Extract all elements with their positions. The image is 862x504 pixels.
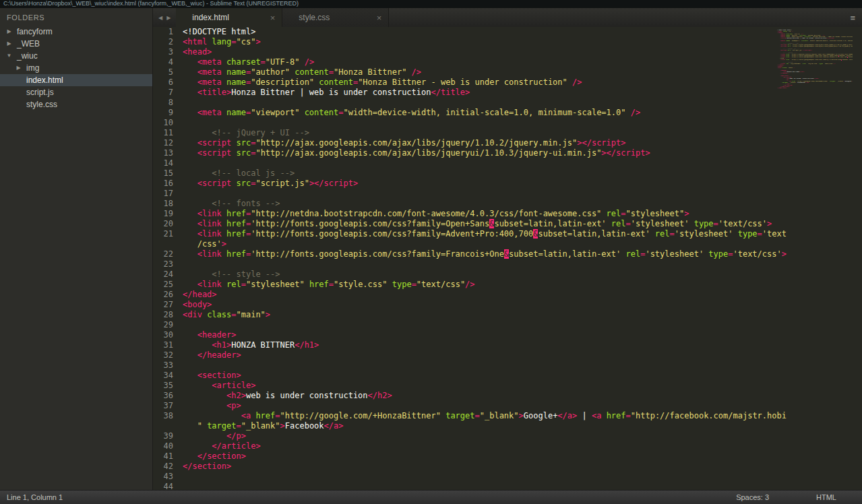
- code-line[interactable]: 5 <meta name="author" content="Honza Bit…: [153, 67, 862, 77]
- code-line[interactable]: 11 <!-- jQuery + UI -->: [153, 128, 862, 138]
- line-number: 16: [153, 179, 183, 189]
- code-line[interactable]: 42</section>: [153, 462, 862, 472]
- next-tab-icon[interactable]: ▶: [166, 15, 171, 21]
- code-line[interactable]: 37 <p>: [153, 401, 862, 411]
- disclosure-right-icon[interactable]: ▶: [5, 26, 13, 38]
- line-number: 36: [153, 391, 183, 401]
- disclosure-right-icon[interactable]: ▶: [5, 38, 13, 50]
- code-line[interactable]: 30 <header>: [153, 330, 862, 340]
- file-style.css[interactable]: style.css: [0, 98, 152, 111]
- line-number: 31: [153, 340, 183, 350]
- tab-nav: ◀ ▶: [153, 8, 176, 27]
- code-line[interactable]: 38 <a href="http://google.com/+HonzaBitt…: [153, 411, 862, 421]
- indent-setting[interactable]: Spaces: 3: [736, 493, 769, 501]
- code-line[interactable]: 35 <article>: [153, 381, 862, 391]
- code-line[interactable]: 28<div class="main">: [153, 310, 862, 320]
- code-line[interactable]: 22 <link href='http://fonts.googleapis.c…: [153, 249, 862, 259]
- code-line[interactable]: 8: [153, 98, 862, 108]
- tab-close-icon[interactable]: ×: [371, 13, 382, 23]
- line-number: 28: [153, 310, 183, 320]
- code-line[interactable]: 6 <meta name="description" content="Honz…: [153, 77, 862, 88]
- code-line[interactable]: 18 <!-- fonts -->: [153, 199, 862, 209]
- code-line[interactable]: 14: [153, 158, 862, 168]
- disclosure-right-icon[interactable]: ▶: [15, 62, 22, 74]
- file-index.html[interactable]: index.html: [0, 74, 152, 86]
- code-line[interactable]: 3<head>: [153, 47, 862, 57]
- line-number: 35: [153, 381, 183, 391]
- code-line[interactable]: 31 <h1>HONZA BITTNER</h1>: [153, 340, 862, 350]
- line-number: 6: [153, 77, 183, 88]
- line-number: [153, 239, 183, 249]
- code-line[interactable]: 17: [153, 189, 862, 199]
- code-line[interactable]: 16 <script src="script.js"></script>: [153, 179, 862, 189]
- code-line[interactable]: 7 <title>Honza Bittner | web is under co…: [153, 88, 862, 98]
- tree-item-label: img: [26, 62, 39, 74]
- line-number: 4: [153, 57, 183, 67]
- code-line[interactable]: 34 <section>: [153, 371, 862, 381]
- code-line[interactable]: 23: [153, 259, 862, 270]
- code-line[interactable]: 1<!DOCTYPE html>: [153, 27, 862, 37]
- code-line[interactable]: 36 <h2>web is under construction</h2>: [153, 391, 862, 401]
- tab-style.css[interactable]: style.css×: [282, 8, 389, 27]
- code-line[interactable]: 40 </article>: [153, 441, 862, 451]
- folders-header: FOLDERS: [0, 11, 152, 26]
- folder-fancyform[interactable]: ▶fancyform: [0, 26, 152, 38]
- code-line[interactable]: 12 <script src="http://ajax.googleapis.c…: [153, 138, 862, 148]
- code-line[interactable]: 27<body>: [153, 300, 862, 310]
- line-number: 18: [153, 199, 183, 209]
- line-number: 8: [153, 98, 183, 108]
- code-line[interactable]: 21 <link href='http://fonts.googleapis.c…: [153, 229, 862, 239]
- folder-_wiuc[interactable]: ▼_wiuc: [0, 50, 152, 62]
- code-line[interactable]: 2<html lang="cs">: [153, 37, 862, 47]
- code-line[interactable]: 44: [153, 482, 862, 490]
- line-number: 21: [153, 229, 183, 239]
- line-number: 25: [153, 280, 183, 290]
- line-number: 15: [153, 168, 183, 179]
- disclosure-down-icon[interactable]: ▼: [5, 50, 13, 62]
- tree-item-label: _wiuc: [17, 50, 38, 62]
- code-line[interactable]: 13 <script src="http://ajax.googleapis.c…: [153, 148, 862, 158]
- line-number: 44: [153, 482, 183, 490]
- tree-item-label: index.html: [26, 74, 63, 86]
- code-line[interactable]: 4 <meta charset="UTF-8" />: [153, 57, 862, 67]
- code-line[interactable]: 20 <link href='http://fonts.googleapis.c…: [153, 219, 862, 229]
- code-line[interactable]: 41 </section>: [153, 451, 862, 462]
- code-line[interactable]: /css'>: [153, 239, 862, 249]
- line-number: 22: [153, 249, 183, 259]
- folder-_WEB[interactable]: ▶_WEB: [0, 38, 152, 50]
- code-line[interactable]: 10: [153, 118, 862, 128]
- code-line[interactable]: 9 <meta name="viewport" content="width=d…: [153, 108, 862, 118]
- code-line[interactable]: 24 <!-- style -->: [153, 270, 862, 280]
- code-line[interactable]: 25 <link rel="stylesheet" href="style.cs…: [153, 280, 862, 290]
- tab-bar: ◀ ▶ index.html×style.css× ≡: [153, 8, 862, 27]
- syntax-mode[interactable]: HTML: [816, 493, 836, 501]
- status-bar: Line 1, Column 1 Spaces: 3 HTML: [0, 490, 862, 504]
- line-number: 2: [153, 37, 183, 47]
- folder-img[interactable]: ▶img: [0, 62, 152, 74]
- cursor-position: Line 1, Column 1: [7, 493, 63, 501]
- tab-overflow-menu-icon[interactable]: ≡: [843, 8, 862, 27]
- code-line[interactable]: 26</head>: [153, 290, 862, 300]
- code-line[interactable]: 32 </header>: [153, 350, 862, 360]
- line-number: 33: [153, 360, 183, 371]
- tab-index.html[interactable]: index.html×: [176, 8, 282, 27]
- code-line[interactable]: 29: [153, 320, 862, 330]
- prev-tab-icon[interactable]: ◀: [158, 15, 162, 21]
- code-line[interactable]: 15 <!-- local js -->: [153, 168, 862, 179]
- file-script.js[interactable]: script.js: [0, 86, 152, 98]
- tree-item-label: _WEB: [17, 38, 40, 50]
- tab-close-icon[interactable]: ×: [265, 13, 276, 23]
- line-number: 37: [153, 401, 183, 411]
- code-line[interactable]: 19 <link href="http://netdna.bootstrapcd…: [153, 209, 862, 219]
- line-number: 13: [153, 148, 183, 158]
- code-line[interactable]: 33: [153, 360, 862, 371]
- sidebar: FOLDERS ▶fancyform▶_WEB▼_wiuc▶imgindex.h…: [0, 8, 153, 490]
- code-line[interactable]: 43: [153, 472, 862, 482]
- code-line[interactable]: 39 </p>: [153, 431, 862, 441]
- minimap[interactable]: <!DOCTYPE html><html lang="cs"><head> <m…: [777, 30, 853, 92]
- tree-item-label: script.js: [26, 86, 54, 98]
- line-number: 30: [153, 330, 183, 340]
- code-editor[interactable]: 1<!DOCTYPE html>2<html lang="cs">3<head>…: [153, 27, 862, 490]
- code-line[interactable]: " target="_blank">Facebook</a>: [153, 421, 862, 431]
- line-number: 9: [153, 108, 183, 118]
